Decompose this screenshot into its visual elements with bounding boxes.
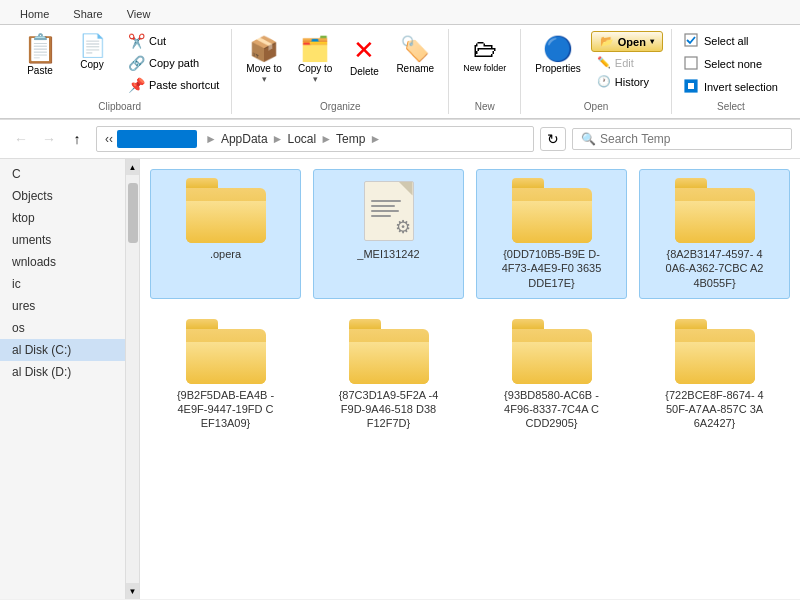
doc-folder-icon-mei: ⚙ bbox=[349, 178, 429, 243]
sidebar-item-videos[interactable]: os bbox=[0, 317, 125, 339]
open-arrow: ▾ bbox=[650, 37, 654, 46]
rename-icon: 🏷️ bbox=[400, 35, 430, 63]
clipboard-group: 📋 Paste 📄 Copy ✂️ Cut bbox=[8, 29, 232, 114]
file-grid: .opera ⚙ bbox=[150, 169, 790, 439]
file-label-8a2b: {8A2B3147-4597- 40A6-A362-7CBC A24B055F} bbox=[665, 247, 765, 290]
file-item-722b[interactable]: {722BCE8F-8674- 450F-A7AA-857C 3A6A2427} bbox=[639, 311, 790, 439]
cut-button[interactable]: ✂️ Cut bbox=[124, 31, 223, 51]
ribbon-content: 📋 Paste 📄 Copy ✂️ Cut bbox=[0, 25, 800, 119]
file-item-93bd[interactable]: {93BD8580-AC6B -4F96-8337-7C4A CCDD2905} bbox=[476, 311, 627, 439]
new-folder-button[interactable]: 🗁 New folder bbox=[457, 31, 512, 77]
breadcrumb-user-box bbox=[117, 130, 197, 148]
edit-icon: ✏️ bbox=[597, 56, 611, 69]
select-all-label: Select all bbox=[704, 35, 749, 47]
new-label: New bbox=[475, 97, 495, 112]
copy-path-button[interactable]: 🔗 Copy path bbox=[124, 53, 223, 73]
sidebar-item-documents[interactable]: uments bbox=[0, 229, 125, 251]
sidebar: C Objects ktop uments wnloads ic ures os… bbox=[0, 159, 140, 599]
new-items: 🗁 New folder bbox=[457, 31, 512, 97]
app-window: Home Share View 📋 Paste 📄 Copy bbox=[0, 0, 800, 599]
edit-button[interactable]: ✏️ Edit bbox=[591, 54, 663, 71]
search-box: 🔍 bbox=[572, 128, 792, 150]
tab-home[interactable]: Home bbox=[8, 4, 61, 24]
invert-selection-label: Invert selection bbox=[704, 81, 778, 93]
select-none-button[interactable]: Select none bbox=[680, 54, 782, 74]
file-item-8a2b[interactable]: {8A2B3147-4597- 40A6-A362-7CBC A24B055F} bbox=[639, 169, 790, 299]
refresh-button[interactable]: ↻ bbox=[540, 127, 566, 151]
breadcrumb-sep-4: ► bbox=[369, 132, 381, 146]
sidebar-item-music[interactable]: ic bbox=[0, 273, 125, 295]
paste-shortcut-icon: 📌 bbox=[128, 77, 145, 93]
up-button[interactable]: ↑ bbox=[64, 127, 90, 151]
breadcrumb[interactable]: ‹‹ ► AppData ► Local ► Temp ► bbox=[96, 126, 534, 152]
file-label-0dd: {0DD710B5-B9E D-4F73-A4E9-F0 3635DDE17E} bbox=[502, 247, 602, 290]
tab-share[interactable]: Share bbox=[61, 4, 114, 24]
open-button[interactable]: 📂 Open ▾ bbox=[591, 31, 663, 52]
paste-button[interactable]: 📋 Paste bbox=[16, 31, 64, 80]
copy-icon: 📄 bbox=[79, 35, 106, 57]
file-item-0dd[interactable]: {0DD710B5-B9E D-4F73-A4E9-F0 3635DDE17E} bbox=[476, 169, 627, 299]
select-all-button[interactable]: Select all bbox=[680, 31, 782, 51]
file-item-9b2f[interactable]: {9B2F5DAB-EA4B -4E9F-9447-19FD CEF13A09} bbox=[150, 311, 301, 439]
scrollbar-down-button[interactable]: ▼ bbox=[126, 583, 140, 599]
new-group: 🗁 New folder New bbox=[449, 29, 521, 114]
organize-group: 📦 Move to ▾ 🗂️ Copy to ▾ ✕ Delete bbox=[232, 29, 449, 114]
breadcrumb-local[interactable]: Local bbox=[287, 132, 316, 146]
properties-icon: 🔵 bbox=[543, 35, 573, 63]
delete-label: Delete bbox=[350, 66, 379, 77]
delete-button[interactable]: ✕ Delete bbox=[342, 31, 386, 81]
properties-button[interactable]: 🔵 Properties bbox=[529, 31, 587, 78]
sidebar-item-c[interactable]: C bbox=[0, 163, 125, 185]
copy-to-arrow: ▾ bbox=[313, 74, 318, 84]
breadcrumb-temp[interactable]: Temp bbox=[336, 132, 365, 146]
sidebar-item-local-c[interactable]: al Disk (C:) bbox=[0, 339, 125, 361]
select-none-checkbox-icon bbox=[684, 56, 698, 72]
file-label-9b2f: {9B2F5DAB-EA4B -4E9F-9447-19FD CEF13A09} bbox=[176, 388, 276, 431]
sidebar-item-local-d[interactable]: al Disk (D:) bbox=[0, 361, 125, 383]
move-to-button[interactable]: 📦 Move to ▾ bbox=[240, 31, 288, 88]
file-item-87c3[interactable]: {87C3D1A9-5F2A -4F9D-9A46-518 D38F12F7D} bbox=[313, 311, 464, 439]
ribbon: Home Share View 📋 Paste 📄 Copy bbox=[0, 0, 800, 120]
file-item-mei[interactable]: ⚙ _MEI131242 bbox=[313, 169, 464, 299]
select-section: Select all Select none Invert selection bbox=[680, 31, 782, 97]
scrollbar-thumb[interactable] bbox=[128, 183, 138, 243]
back-button[interactable]: ← bbox=[8, 127, 34, 151]
sidebar-item-pictures[interactable]: ures bbox=[0, 295, 125, 317]
doc-page: ⚙ bbox=[364, 181, 414, 241]
file-label-opera: .opera bbox=[210, 247, 241, 261]
copy-to-button[interactable]: 🗂️ Copy to ▾ bbox=[292, 31, 338, 88]
paste-shortcut-button[interactable]: 📌 Paste shortcut bbox=[124, 75, 223, 95]
invert-selection-button[interactable]: Invert selection bbox=[680, 77, 782, 97]
svg-rect-3 bbox=[688, 83, 694, 89]
invert-selection-icon bbox=[684, 79, 698, 95]
rename-button[interactable]: 🏷️ Rename bbox=[390, 31, 440, 78]
select-label: Select bbox=[717, 97, 745, 112]
tab-view[interactable]: View bbox=[115, 4, 163, 24]
new-folder-icon: 🗁 bbox=[473, 35, 497, 63]
paste-shortcut-label: Paste shortcut bbox=[149, 79, 219, 91]
breadcrumb-sep-2: ► bbox=[272, 132, 284, 146]
open-group: 🔵 Properties 📂 Open ▾ ✏️ Edit bbox=[521, 29, 672, 114]
search-input[interactable] bbox=[600, 132, 783, 146]
main-area: C Objects ktop uments wnloads ic ures os… bbox=[0, 159, 800, 599]
copy-label: Copy bbox=[80, 59, 103, 70]
file-item-opera[interactable]: .opera bbox=[150, 169, 301, 299]
folder-icon-722b bbox=[675, 319, 755, 384]
rename-label: Rename bbox=[396, 63, 434, 74]
scrollbar-up-button[interactable]: ▲ bbox=[126, 159, 140, 175]
svg-rect-1 bbox=[685, 57, 697, 69]
delete-icon: ✕ bbox=[353, 35, 375, 66]
file-label-87c3: {87C3D1A9-5F2A -4F9D-9A46-518 D38F12F7D} bbox=[339, 388, 439, 431]
forward-button[interactable]: → bbox=[36, 127, 62, 151]
copy-to-label: Copy to bbox=[298, 63, 332, 74]
folder-icon-93bd bbox=[512, 319, 592, 384]
folder-icon-9b2f bbox=[186, 319, 266, 384]
breadcrumb-appdata[interactable]: AppData bbox=[221, 132, 268, 146]
paste-label: Paste bbox=[27, 65, 53, 76]
copy-button[interactable]: 📄 Copy bbox=[68, 31, 116, 74]
select-group: Select all Select none Invert selection bbox=[672, 29, 790, 114]
sidebar-item-objects[interactable]: Objects bbox=[0, 185, 125, 207]
sidebar-item-downloads[interactable]: wnloads bbox=[0, 251, 125, 273]
history-button[interactable]: 🕐 History bbox=[591, 73, 663, 90]
sidebar-item-desktop[interactable]: ktop bbox=[0, 207, 125, 229]
